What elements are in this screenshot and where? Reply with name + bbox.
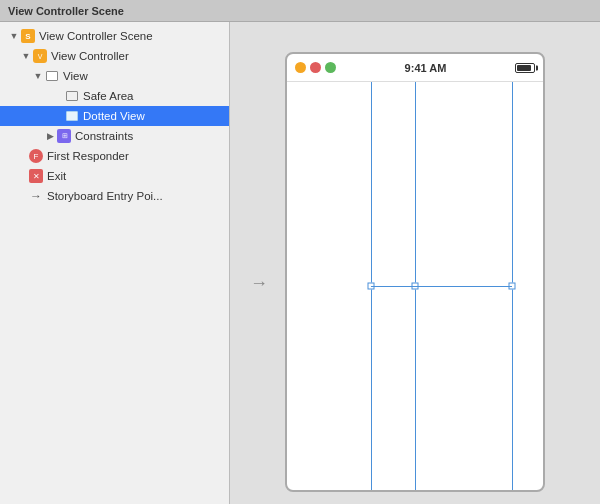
icon-view — [44, 69, 60, 83]
tree-item-safe-area[interactable]: Safe Area — [0, 86, 229, 106]
canvas-panel: → 9:41 AM — [230, 22, 600, 504]
label-view: View — [63, 70, 88, 82]
icon-first-responder: F — [28, 149, 44, 163]
traffic-light-green[interactable] — [325, 62, 336, 73]
tree-item-vc-scene[interactable]: ▼ S View Controller Scene — [0, 26, 229, 46]
arrow-view: ▼ — [32, 71, 44, 81]
storyboard-arrow: → — [250, 273, 268, 294]
battery-fill — [517, 65, 531, 71]
battery-icon — [515, 63, 535, 73]
traffic-lights — [295, 62, 336, 73]
tree-item-entry[interactable]: → Storyboard Entry Poi... — [0, 186, 229, 206]
tree-item-dotted-view[interactable]: Dotted View — [0, 106, 229, 126]
phone-content — [287, 82, 543, 490]
icon-vc: V — [32, 49, 48, 63]
label-vc-scene: View Controller Scene — [39, 30, 153, 42]
label-dotted-view: Dotted View — [83, 110, 145, 122]
icon-constraints: ⊞ — [56, 129, 72, 143]
phone-mockup: 9:41 AM — [285, 52, 545, 492]
tree-item-constraints[interactable]: ▶ ⊞ Constraints — [0, 126, 229, 146]
main-area: ▼ S View Controller Scene ▼ V View Contr… — [0, 22, 600, 504]
constraint-line-horizontal — [371, 286, 512, 287]
icon-safe-area — [64, 89, 80, 103]
label-exit: Exit — [47, 170, 66, 182]
arrow-vc: ▼ — [20, 51, 32, 61]
tree-item-exit[interactable]: ✕ Exit — [0, 166, 229, 186]
label-first-responder: First Responder — [47, 150, 129, 162]
label-entry: Storyboard Entry Poi... — [47, 190, 163, 202]
icon-entry: → — [28, 189, 44, 203]
label-constraints: Constraints — [75, 130, 133, 142]
label-vc: View Controller — [51, 50, 129, 62]
arrow-vc-scene: ▼ — [8, 31, 20, 41]
icon-exit: ✕ — [28, 169, 44, 183]
icon-dotted-view — [64, 109, 80, 123]
status-time: 9:41 AM — [336, 62, 515, 74]
traffic-light-yellow[interactable] — [295, 62, 306, 73]
tree-item-vc[interactable]: ▼ V View Controller — [0, 46, 229, 66]
left-panel: ▼ S View Controller Scene ▼ V View Contr… — [0, 22, 230, 504]
title-bar: View Controller Scene — [0, 0, 600, 22]
arrow-constraints: ▶ — [44, 131, 56, 141]
label-safe-area: Safe Area — [83, 90, 134, 102]
tree-item-view[interactable]: ▼ View — [0, 66, 229, 86]
phone-top-bar: 9:41 AM — [287, 54, 543, 82]
icon-vc-scene: S — [20, 29, 36, 43]
tree-item-first-responder[interactable]: F First Responder — [0, 146, 229, 166]
traffic-light-red[interactable] — [310, 62, 321, 73]
title-bar-text: View Controller Scene — [8, 5, 124, 17]
